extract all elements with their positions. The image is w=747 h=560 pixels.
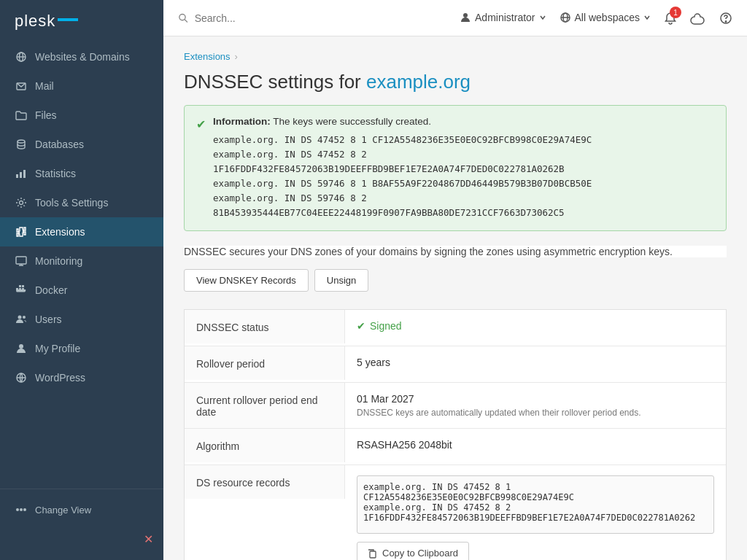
unsign-button[interactable]: Unsign: [314, 269, 368, 292]
svg-point-15: [18, 316, 22, 319]
sidebar-label-docker: Docker: [35, 284, 67, 296]
settings-value-1: 5 years: [345, 346, 726, 378]
sidebar-label-extensions: Extensions: [35, 226, 85, 238]
close-icon: ✕: [144, 532, 153, 546]
sidebar-label-my-profile: My Profile: [35, 343, 80, 354]
cloud-button[interactable]: [690, 11, 706, 24]
settings-value-3: RSASHA256 2048bit: [345, 429, 726, 461]
description-text: DNSSEC secures your DNS zones of your do…: [184, 246, 727, 257]
svg-point-19: [16, 508, 19, 511]
sidebar-item-databases[interactable]: Databases: [0, 130, 163, 159]
notification-badge: 1: [670, 7, 681, 18]
settings-table: DNSSEC status✔SignedRollover period5 yea…: [184, 309, 727, 560]
ds-record-line: example.org. IN DS 59746 8 2 81B45393544…: [213, 191, 714, 220]
settings-label-3: Algorithm: [185, 429, 345, 462]
sidebar-item-tools-settings[interactable]: Tools & Settings: [0, 188, 163, 217]
sidebar-item-close[interactable]: ✕: [0, 524, 163, 554]
svg-rect-7: [23, 170, 26, 178]
sidebar-item-my-profile[interactable]: My Profile: [0, 334, 163, 363]
settings-row-2: Current rollover period end date01 Mar 2…: [185, 383, 726, 429]
topbar-right: Administrator All webspaces 1: [460, 11, 732, 24]
copy-to-clipboard-button[interactable]: Copy to Clipboard: [357, 542, 469, 560]
sidebar-footer: Change View ✕: [0, 489, 163, 560]
notifications-button[interactable]: 1: [664, 11, 677, 24]
info-box-text: Information: The keys were successfully …: [213, 116, 714, 127]
mail-icon: [15, 79, 28, 93]
content: Extensions › DNSSEC settings for example…: [163, 36, 747, 560]
svg-point-16: [23, 316, 26, 319]
breadcrumb: Extensions ›: [184, 51, 727, 62]
svg-line-23: [185, 19, 187, 22]
sidebar-item-statistics[interactable]: Statistics: [0, 159, 163, 188]
info-box: ✔ Information: The keys were successfull…: [184, 105, 727, 231]
settings-label-2: Current rollover period end date: [185, 383, 345, 428]
info-box-content: Information: The keys were successfully …: [213, 116, 714, 220]
svg-rect-9: [16, 257, 26, 264]
copy-btn-label: Copy to Clipboard: [382, 548, 458, 559]
settings-value-2: 01 Mar 2027DNSSEC keys are automatically…: [345, 383, 726, 428]
settings-label-4: DS resource records: [185, 465, 345, 499]
rollover-subtext: DNSSEC keys are automatically updated wh…: [357, 408, 714, 418]
ds-record-line: example.org. IN DS 59746 8 1 B8AF55A9F22…: [213, 176, 714, 191]
svg-point-24: [463, 13, 468, 18]
topbar-user-label: Administrator: [475, 12, 535, 23]
page-title: DNSSEC settings for example.org: [184, 71, 727, 93]
user-icon: [15, 342, 28, 355]
page-title-domain[interactable]: example.org: [366, 71, 471, 93]
view-icon: [15, 503, 28, 516]
cloud-icon: [690, 12, 706, 25]
signed-text: Signed: [370, 320, 402, 332]
globe-icon: [15, 50, 28, 63]
check-icon: ✔: [357, 320, 365, 332]
sidebar: plesk Websites & DomainsMailFilesDatabas…: [0, 0, 163, 560]
view-dnskey-button[interactable]: View DNSKEY Records: [184, 269, 309, 292]
topbar-user[interactable]: Administrator: [460, 12, 546, 23]
svg-point-22: [179, 14, 185, 20]
ds-textarea[interactable]: [357, 475, 714, 534]
sidebar-item-monitoring[interactable]: Monitoring: [0, 246, 163, 276]
svg-rect-5: [16, 174, 18, 178]
sidebar-item-mail[interactable]: Mail: [0, 71, 163, 101]
globe-icon: [560, 12, 571, 23]
sidebar-item-users[interactable]: Users: [0, 305, 163, 334]
search-wrap: [178, 12, 382, 24]
sidebar-item-files[interactable]: Files: [0, 101, 163, 130]
svg-point-4: [18, 140, 25, 143]
svg-point-20: [20, 508, 23, 511]
settings-row-4: DS resource recordsCopy to ClipboardWhen…: [185, 465, 726, 560]
bar-chart-icon: [15, 167, 28, 180]
sidebar-label-files: Files: [35, 109, 57, 121]
settings-label-1: Rollover period: [185, 346, 345, 380]
action-buttons: View DNSKEY Records Unsign: [184, 269, 727, 292]
settings-row-1: Rollover period5 years: [185, 346, 726, 383]
sidebar-item-docker[interactable]: Docker: [0, 276, 163, 305]
puzzle-icon: [15, 225, 28, 238]
gear-icon: [15, 196, 28, 209]
settings-value-4: Copy to ClipboardWhen the DS records cor…: [345, 465, 726, 560]
search-input[interactable]: [195, 12, 382, 24]
docker-icon: [15, 284, 28, 297]
sidebar-label-databases: Databases: [35, 139, 84, 150]
settings-row-3: AlgorithmRSASHA256 2048bit: [185, 429, 726, 465]
info-text: The keys were successfully created.: [273, 116, 431, 127]
svg-rect-6: [20, 172, 22, 178]
breadcrumb-extensions[interactable]: Extensions: [184, 51, 231, 62]
sidebar-label-websites-domains: Websites & Domains: [35, 51, 130, 63]
sidebar-item-websites-domains[interactable]: Websites & Domains: [0, 42, 163, 71]
svg-point-29: [725, 20, 726, 21]
sidebar-item-wordpress[interactable]: WordPress: [0, 363, 163, 392]
help-button[interactable]: [719, 11, 732, 24]
sidebar-item-extensions[interactable]: Extensions: [0, 217, 163, 246]
page-title-prefix: DNSSEC settings for: [184, 71, 366, 93]
copy-icon: [368, 548, 378, 559]
users-icon: [15, 313, 28, 326]
topbar-webspace[interactable]: All webspaces: [560, 12, 651, 23]
question-icon: [719, 12, 732, 25]
chevron-down-webspace-icon: [643, 14, 651, 21]
change-view-label: Change View: [35, 505, 91, 516]
breadcrumb-sep: ›: [235, 51, 238, 62]
rollover-date: 01 Mar 2027: [357, 393, 714, 405]
svg-point-17: [19, 344, 23, 349]
sidebar-item-change-view[interactable]: Change View: [0, 495, 163, 524]
topbar-webspace-label: All webspaces: [575, 12, 640, 23]
